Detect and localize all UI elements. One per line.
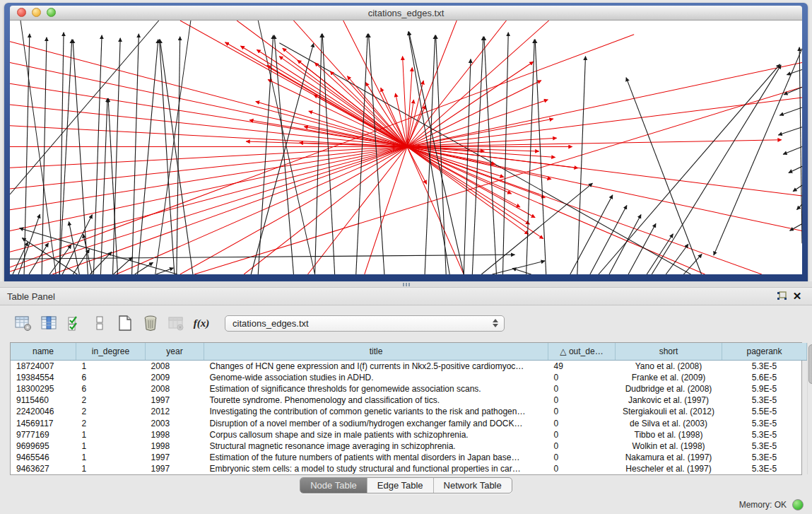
table-cell[interactable]: 1997 bbox=[146, 452, 204, 463]
table-scrollbar[interactable] bbox=[807, 343, 808, 474]
table-cell[interactable]: Disruption of a novel member of a sodium… bbox=[204, 417, 548, 428]
table-cell[interactable]: 22420046 bbox=[11, 406, 76, 417]
table-cell[interactable]: Yano et al. (2008) bbox=[616, 361, 722, 373]
table-row[interactable]: 946362711997Embryonic stem cells: a mode… bbox=[11, 463, 807, 474]
column-header-out_de[interactable]: △ out_de… bbox=[548, 343, 616, 361]
tab-network-table[interactable]: Network Table bbox=[433, 478, 512, 493]
table-cell[interactable]: Tibbo et al. (1998) bbox=[616, 429, 722, 440]
window-titlebar[interactable]: citations_edges.txt bbox=[10, 6, 802, 21]
table-cell[interactable]: 2012 bbox=[146, 406, 204, 417]
table-cell[interactable]: 9463627 bbox=[11, 463, 76, 474]
table-cell[interactable]: 19384554 bbox=[11, 372, 76, 383]
table-cell[interactable]: 0 bbox=[548, 417, 616, 428]
close-button[interactable] bbox=[17, 8, 26, 17]
table-cell[interactable]: Nakamura et al. (1997) bbox=[616, 452, 722, 463]
table-cell[interactable]: 1 bbox=[76, 452, 146, 463]
table-cell[interactable]: 0 bbox=[548, 463, 616, 474]
table-cell[interactable]: 2 bbox=[76, 417, 146, 428]
table-cell[interactable]: Investigating the contribution of common… bbox=[204, 406, 548, 417]
table-cell[interactable]: 1 bbox=[76, 429, 146, 440]
column-header-pagerank[interactable]: pagerank bbox=[722, 343, 807, 361]
table-row[interactable]: 2242004622012Investigating the contribut… bbox=[11, 406, 807, 417]
table-cell[interactable]: 9465546 bbox=[11, 452, 76, 463]
float-panel-button[interactable] bbox=[774, 289, 789, 303]
table-cell[interactable]: 0 bbox=[548, 406, 616, 417]
table-cell[interactable]: Wolkin et al. (1998) bbox=[616, 440, 722, 452]
unselect-rows-button[interactable] bbox=[89, 313, 110, 333]
table-cell[interactable]: Jankovic et al. (1997) bbox=[616, 395, 722, 406]
table-cell[interactable]: 5.3E-5 bbox=[722, 440, 807, 452]
table-cell[interactable]: 1 bbox=[76, 361, 146, 373]
network-canvas[interactable] bbox=[10, 21, 802, 274]
select-all-button[interactable] bbox=[64, 313, 85, 333]
table-cell[interactable]: 5.3E-5 bbox=[722, 463, 807, 474]
zoom-button[interactable] bbox=[47, 8, 56, 17]
table-cell[interactable]: 2 bbox=[76, 406, 146, 417]
table-row[interactable]: 946554611997Estimation of the future num… bbox=[11, 452, 807, 463]
table-cell[interactable]: Embryonic stem cells: a model to study s… bbox=[204, 463, 548, 474]
table-cell[interactable]: 6 bbox=[76, 383, 146, 395]
table-cell[interactable]: 6 bbox=[76, 372, 146, 383]
table-cell[interactable]: 2008 bbox=[146, 361, 204, 373]
table-cell[interactable]: 5.6E-5 bbox=[722, 372, 807, 383]
table-cell[interactable]: 5.5E-5 bbox=[722, 406, 807, 417]
delete-column-button[interactable] bbox=[140, 313, 161, 333]
table-row[interactable]: 1456911722003Disruption of a novel membe… bbox=[11, 417, 807, 428]
table-cell[interactable]: 5.3E-5 bbox=[722, 395, 807, 406]
table-cell[interactable]: 18300295 bbox=[11, 383, 76, 395]
tab-node-table[interactable]: Node Table bbox=[300, 478, 367, 493]
table-cell[interactable]: Stergiakouli et al. (2012) bbox=[616, 406, 722, 417]
tab-edge-table[interactable]: Edge Table bbox=[367, 478, 433, 493]
table-cell[interactable]: 5.3E-5 bbox=[722, 417, 807, 428]
table-cell[interactable]: 2003 bbox=[146, 417, 204, 428]
table-cell[interactable]: 14569117 bbox=[11, 417, 76, 428]
column-header-name[interactable]: name bbox=[11, 343, 76, 361]
table-cell[interactable]: 9777169 bbox=[11, 429, 76, 440]
table-cell[interactable]: 2009 bbox=[146, 372, 204, 383]
table-cell[interactable]: Tourette syndrome. Phenomenology and cla… bbox=[204, 395, 548, 406]
table-cell[interactable]: 5.9E-5 bbox=[722, 383, 807, 395]
table-cell[interactable]: 1997 bbox=[146, 395, 204, 406]
table-cell[interactable]: 1 bbox=[76, 463, 146, 474]
table-cell[interactable]: 1 bbox=[76, 440, 146, 452]
table-cell[interactable]: 2 bbox=[76, 395, 146, 406]
table-row[interactable]: 969969511998Structural magnetic resonanc… bbox=[11, 440, 807, 452]
table-cell[interactable]: 0 bbox=[548, 429, 616, 440]
table-cell[interactable]: 1998 bbox=[146, 429, 204, 440]
table-row[interactable]: 911546021997Tourette syndrome. Phenomeno… bbox=[11, 395, 807, 406]
table-cell[interactable]: 9115460 bbox=[11, 395, 76, 406]
table-cell[interactable]: 9699695 bbox=[11, 440, 76, 452]
panel-splitter[interactable] bbox=[0, 281, 812, 287]
column-header-year[interactable]: year bbox=[146, 343, 204, 361]
column-header-in_degree[interactable]: in_degree bbox=[76, 343, 146, 361]
column-header-title[interactable]: title bbox=[204, 343, 548, 361]
table-cell[interactable]: Corpus callosum shape and size in male p… bbox=[204, 429, 548, 440]
table-chooser-dropdown[interactable]: citations_edges.txt bbox=[225, 315, 505, 332]
table-cell[interactable]: 18724007 bbox=[11, 361, 76, 373]
table-cell[interactable]: 0 bbox=[548, 452, 616, 463]
table-cell[interactable]: Changes of HCN gene expression and I(f) … bbox=[204, 361, 548, 373]
function-builder-button[interactable]: f(x) bbox=[191, 313, 212, 333]
table-cell[interactable]: 1997 bbox=[146, 463, 204, 474]
table-row[interactable]: 1938455462009Genome-wide association stu… bbox=[11, 372, 807, 383]
table-cell[interactable]: de Silva et al. (2003) bbox=[616, 417, 722, 428]
scrollbar-thumb[interactable] bbox=[808, 344, 812, 384]
table-row[interactable]: 1830029562008Estimation of significance … bbox=[11, 383, 807, 395]
table-cell[interactable]: 5.3E-5 bbox=[722, 452, 807, 463]
minimize-button[interactable] bbox=[32, 8, 41, 17]
table-cell[interactable]: 0 bbox=[548, 395, 616, 406]
table-cell[interactable]: Hescheler et al. (1997) bbox=[616, 463, 722, 474]
new-column-button[interactable] bbox=[114, 313, 136, 333]
close-panel-button[interactable]: ✕ bbox=[789, 289, 805, 303]
table-cell[interactable]: 2008 bbox=[146, 383, 204, 395]
table-cell[interactable]: 0 bbox=[548, 440, 616, 452]
table-cell[interactable]: 5.3E-5 bbox=[722, 429, 807, 440]
table-cell[interactable]: Estimation of the future numbers of pati… bbox=[204, 452, 548, 463]
table-cell[interactable]: 0 bbox=[548, 372, 616, 383]
table-cell[interactable]: Structural magnetic resonance image aver… bbox=[204, 440, 548, 452]
delete-table-button[interactable] bbox=[165, 313, 187, 333]
table-settings-button[interactable] bbox=[13, 313, 34, 333]
table-cell[interactable]: Dudbridge et al. (2008) bbox=[616, 383, 722, 395]
column-header-short[interactable]: short bbox=[616, 343, 722, 361]
memory-ok-led-icon[interactable] bbox=[792, 499, 804, 510]
